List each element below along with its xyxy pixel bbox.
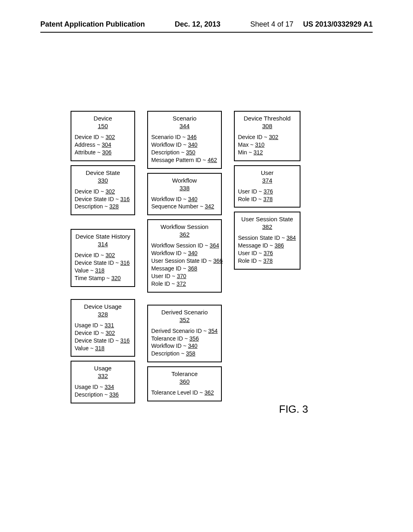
attribute-ref-number: 372	[177, 281, 186, 287]
entity-attribute: Workflow Session ID ~ 364	[151, 242, 218, 249]
entity-attribute: Device ID ~ 302	[75, 188, 131, 195]
entity-attribute: Sequence Number ~ 342	[151, 203, 218, 210]
entity-attribute: Device ID ~ 302	[238, 133, 296, 141]
entity-attribute: Workflow ID ~ 340	[151, 249, 218, 257]
attribute-ref-number: 384	[286, 235, 296, 241]
entity-title: Device State History	[75, 233, 131, 240]
diagram-column-1: Device150Device ID ~ 302Address ~ 304Att…	[71, 111, 135, 403]
header-docnum: US 2013/0332929 A1	[303, 20, 373, 29]
entity-attribute: Attribute ~ 306	[75, 149, 131, 156]
entity-box: User Session State382Session State ID ~ …	[234, 212, 300, 270]
attribute-ref-number: 364	[210, 242, 219, 249]
figure-label: FIG. 3	[279, 403, 308, 416]
attribute-ref-number: 356	[190, 335, 199, 342]
entity-attribute: Message ID ~ 368	[151, 265, 218, 272]
attribute-ref-number: 320	[111, 275, 121, 281]
entity-attribute: Description ~ 350	[151, 149, 218, 156]
attribute-ref-number: 306	[102, 149, 111, 156]
attribute-ref-number: 336	[109, 391, 119, 398]
entity-ref-number: 344	[151, 123, 218, 129]
attribute-ref-number: 331	[104, 322, 114, 328]
attribute-ref-number: 318	[95, 345, 104, 351]
attribute-label: Max ~	[238, 141, 255, 148]
attribute-ref-number: 346	[187, 134, 196, 140]
header-sheet: Sheet 4 of 17	[250, 20, 293, 29]
entity-title: Workflow	[151, 177, 218, 184]
attribute-ref-number: 340	[188, 343, 197, 349]
attribute-ref-number: 340	[188, 141, 197, 148]
entity-ref-number: 362	[151, 231, 218, 238]
entity-attribute: Value ~ 318	[75, 267, 131, 274]
entity-title: User Session State	[238, 216, 296, 222]
entity-ref-number: 308	[238, 123, 296, 129]
entity-title: Derived Scenario	[151, 309, 218, 316]
attribute-ref-number: 354	[208, 328, 217, 334]
entity-attribute: Role ID ~ 378	[238, 195, 296, 203]
attribute-label: Device ID ~	[75, 330, 106, 336]
entity-attribute: User ID ~ 376	[238, 249, 296, 257]
entity-attribute: Message ID ~ 386	[238, 242, 296, 249]
attribute-label: Address ~	[75, 141, 102, 148]
attribute-label: Role ID ~	[238, 258, 263, 264]
attribute-label: Sequence Number ~	[151, 203, 205, 210]
attribute-ref-number: 302	[106, 188, 115, 195]
entity-attribute: Description ~ 358	[151, 350, 218, 357]
entity-attribute: Tolerance Level ID ~ 362	[151, 389, 218, 397]
entity-attribute: User Session State ID ~ 366	[151, 257, 218, 265]
entity-ref-number: 360	[151, 378, 218, 385]
entity-title: Workflow Session	[151, 223, 218, 230]
attribute-label: Derived Scenario ID ~	[151, 328, 208, 334]
entity-attribute: Workflow ID ~ 340	[151, 342, 218, 350]
attribute-label: User Session State ID ~	[151, 258, 213, 264]
entity-ref-number: 352	[151, 316, 218, 323]
entity-attribute: Min ~ 312	[238, 149, 296, 156]
attribute-ref-number: 370	[177, 273, 186, 279]
attribute-label: Workflow ID ~	[151, 196, 188, 202]
entity-title: Tolerance	[151, 370, 218, 377]
attribute-ref-number: 316	[120, 196, 129, 202]
attribute-ref-number: 310	[255, 141, 264, 148]
attribute-label: Device State ID ~	[75, 260, 120, 266]
entity-box: Device State History314Device ID ~ 302De…	[71, 229, 135, 287]
attribute-ref-number: 304	[102, 141, 111, 148]
attribute-ref-number: 302	[106, 330, 115, 336]
attribute-label: Message ID ~	[151, 265, 188, 272]
attribute-ref-number: 350	[186, 149, 195, 156]
attribute-label: Device ID ~	[75, 134, 106, 140]
attribute-ref-number: 318	[95, 267, 104, 274]
attribute-ref-number: 462	[208, 157, 217, 163]
attribute-label: Value ~	[75, 267, 95, 274]
diagram-column-3: Device Threshold308Device ID ~ 302Max ~ …	[234, 111, 300, 270]
entity-box: Usage332Usage ID ~ 334Description ~ 336	[71, 361, 135, 403]
diagram-column-2: Scenario344Scenario ID ~ 346Workflow ID …	[147, 111, 222, 401]
entity-attribute: Scenario ID ~ 346	[151, 133, 218, 141]
attribute-label: Workflow ID ~	[151, 250, 188, 256]
entity-box: Device150Device ID ~ 302Address ~ 304Att…	[71, 111, 135, 161]
attribute-ref-number: 302	[269, 134, 278, 140]
attribute-label: Session State ID ~	[238, 235, 286, 241]
header-row: Patent Application Publication Dec. 12, …	[40, 20, 373, 29]
entity-title: Device Usage	[75, 303, 131, 310]
entity-attribute: User ID ~ 376	[238, 188, 296, 195]
entity-title: Device Threshold	[238, 115, 296, 122]
attribute-ref-number: 328	[109, 203, 119, 210]
entity-box: Workflow338Workflow ID ~ 340Sequence Num…	[147, 173, 222, 216]
attribute-ref-number: 368	[188, 265, 197, 272]
entity-attribute: User ID ~ 370	[151, 272, 218, 280]
entity-attribute: Device ID ~ 302	[75, 329, 131, 337]
attribute-label: Description ~	[75, 391, 109, 398]
attribute-label: User ID ~	[238, 188, 263, 195]
entity-box: Device State330Device ID ~ 302Device Sta…	[71, 165, 135, 216]
entity-attribute: Max ~ 310	[238, 141, 296, 149]
attribute-label: Role ID ~	[238, 196, 263, 202]
attribute-label: Tolerance ID ~	[151, 335, 190, 342]
attribute-ref-number: 316	[120, 337, 129, 344]
entity-ref-number: 150	[75, 123, 131, 129]
entity-attribute: Session State ID ~ 384	[238, 234, 296, 242]
attribute-ref-number: 340	[188, 250, 197, 256]
attribute-label: Usage ID ~	[75, 384, 104, 390]
entity-box: Workflow Session362Workflow Session ID ~…	[147, 219, 222, 292]
attribute-ref-number: 340	[188, 196, 197, 202]
attribute-label: Device ID ~	[238, 134, 269, 140]
entity-ref-number: 338	[151, 185, 218, 191]
